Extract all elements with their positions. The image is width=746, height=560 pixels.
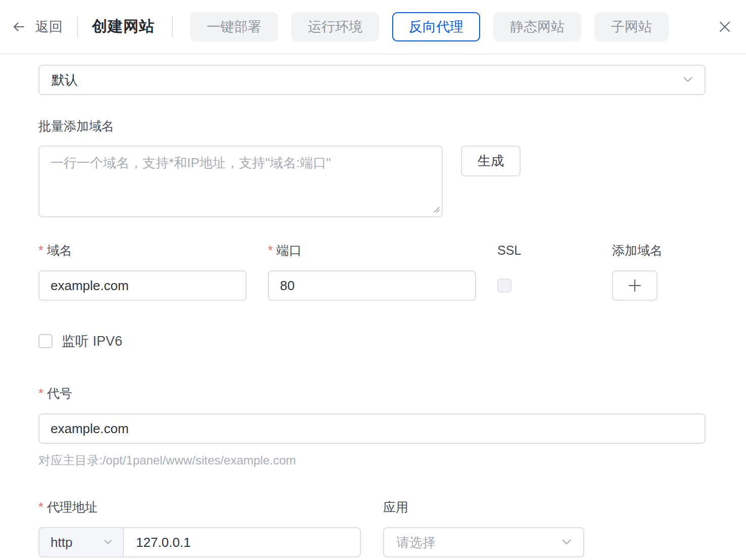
tab-sub-site[interactable]: 子网站: [594, 12, 669, 41]
ssl-field: SSL: [497, 243, 591, 301]
dialog-header: 返回 创建网站 一键部署 运行环境 反向代理 静态网站 子网站: [0, 0, 746, 55]
arrow-left-icon: [11, 19, 26, 34]
group-select-value: 默认: [52, 71, 78, 89]
add-domain-label: 添加域名: [612, 243, 685, 258]
alias-input-wrap: [38, 413, 706, 444]
group-select[interactable]: 默认: [38, 65, 706, 95]
chevron-down-icon: [104, 540, 112, 545]
plus-icon: [627, 278, 642, 293]
required-asterisk: *: [38, 386, 43, 401]
proxy-app-row: * 代理地址 http 应用: [38, 499, 706, 557]
close-button[interactable]: [714, 16, 736, 38]
create-website-dialog: 返回 创建网站 一键部署 运行环境 反向代理 静态网站 子网站 默认: [0, 0, 746, 560]
app-select[interactable]: 请选择: [383, 527, 584, 557]
add-domain-button[interactable]: [612, 270, 658, 301]
reverse-proxy-form: 默认 批量添加域名 生成: [0, 55, 746, 557]
required-asterisk: *: [38, 499, 43, 515]
generate-button[interactable]: 生成: [461, 146, 521, 176]
domain-label: * 域名: [38, 243, 247, 258]
domain-input[interactable]: [38, 270, 247, 301]
chevron-down-icon: [562, 539, 571, 545]
port-label: * 端口: [268, 243, 476, 258]
port-input[interactable]: [268, 270, 476, 301]
proxy-address-field: * 代理地址 http: [38, 499, 361, 557]
header-divider: [172, 16, 173, 37]
ssl-checkbox[interactable]: [497, 278, 511, 293]
domain-fields-row: * 域名 * 端口 SSL 添加域名: [38, 243, 706, 301]
back-label: 返回: [35, 18, 63, 36]
site-type-tabs: 一键部署 运行环境 反向代理 静态网站 子网站: [190, 12, 669, 41]
tab-one-click-deploy[interactable]: 一键部署: [190, 12, 278, 41]
header-divider: [77, 16, 78, 37]
ipv6-label[interactable]: 监听 IPV6: [62, 332, 122, 350]
add-domain-field: 添加域名: [612, 243, 685, 301]
tab-runtime-environment[interactable]: 运行环境: [291, 12, 379, 41]
app-select-placeholder: 请选择: [396, 534, 436, 551]
batch-domains-textarea[interactable]: [38, 146, 443, 217]
proxy-address-input-group: http: [38, 527, 361, 557]
ipv6-row: 监听 IPV6: [38, 332, 706, 350]
alias-label: * 代号: [38, 386, 706, 401]
proxy-address-input[interactable]: [123, 527, 361, 557]
tab-static-site[interactable]: 静态网站: [493, 12, 581, 41]
proxy-address-label: * 代理地址: [38, 499, 361, 515]
batch-domains-label: 批量添加域名: [38, 118, 706, 133]
ssl-label: SSL: [497, 243, 591, 258]
chevron-down-icon: [683, 77, 692, 83]
app-label: 应用: [383, 499, 584, 515]
protocol-select-value: http: [51, 535, 72, 550]
domain-field: * 域名: [38, 243, 247, 301]
x-icon: [717, 19, 733, 35]
port-field: * 端口: [268, 243, 476, 301]
batch-domains-row: 生成: [38, 146, 706, 219]
required-asterisk: *: [38, 243, 43, 258]
back-button[interactable]: 返回: [11, 18, 63, 36]
alias-helper-text: 对应主目录:/opt/1panel/www/sites/example.com: [38, 454, 706, 467]
alias-input[interactable]: [38, 413, 706, 444]
ipv6-checkbox[interactable]: [38, 334, 53, 348]
batch-domains-textarea-wrap: [38, 146, 443, 219]
page-title: 创建网站: [92, 16, 155, 37]
tab-reverse-proxy[interactable]: 反向代理: [392, 12, 480, 41]
protocol-select[interactable]: http: [38, 527, 123, 557]
required-asterisk: *: [268, 243, 273, 258]
app-field: 应用 请选择: [383, 499, 584, 557]
